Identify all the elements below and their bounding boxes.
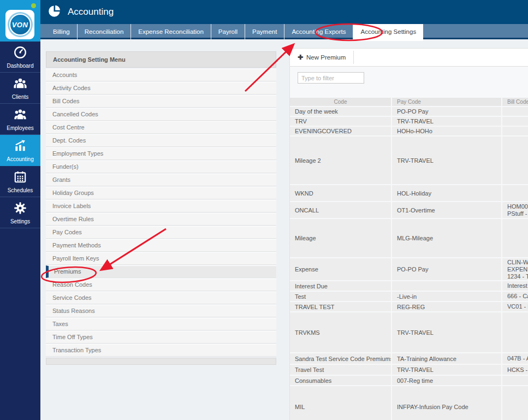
cell-code: Expense [290,258,391,280]
cell-bill-codes [502,137,528,184]
sidebar-item-label: Employees [7,125,33,131]
sidebar-item-employees[interactable]: Employees [0,104,40,135]
column-header-bill-codes[interactable]: Bill Codes [502,98,528,106]
menu-item-payroll-item-keys[interactable]: Payroll Item Keys [46,252,276,265]
table-row-trv[interactable]: TRVTRV-TRAVEL [290,117,528,126]
menu-item-dept-codes[interactable]: Dept. Codes [46,134,276,147]
cell-pay-code: TRV-TRAVEL [392,365,501,375]
sidebar-item-accounting[interactable]: Accounting [0,135,40,166]
menu-item-holiday-groups[interactable]: Holiday Groups [46,187,276,199]
cell-code: Test [290,292,391,301]
sidebar-item-schedules[interactable]: Schedules [0,166,40,197]
app-window: VON Accounting BillingReconciliationExpe… [0,0,528,420]
table-row-oncall[interactable]: ONCALLOT1-OvertimeHOM003 -PStuff - Pr [290,202,528,218]
cell-pay-code: OT1-Overtime [392,202,501,218]
sidebar-item-clients[interactable]: Clients [0,73,40,104]
menu-item-overtime-rules[interactable]: Overtime Rules [46,213,276,226]
menu-item-status-reasons[interactable]: Status Reasons [46,305,276,317]
settings-icon [13,201,27,217]
tab-payment[interactable]: Payment [245,24,284,39]
cell-bill-codes [502,219,528,257]
cell-bill-codes: HCKS - Ho [502,365,528,375]
menu-item-payment-methods[interactable]: Payment Methods [46,239,276,252]
cell-pay-code: REG-REG [392,302,501,311]
filter-row [290,67,528,84]
tab-reconciliation[interactable]: Reconciliation [78,24,132,39]
table-row-expense[interactable]: ExpensePO-PO PayCLIN-WC -EXPENSE1234 - T… [290,258,528,280]
sidebar-item-settings[interactable]: Settings [0,197,40,228]
column-header-code[interactable]: Code [290,98,391,106]
von-logo[interactable]: VON [5,10,34,39]
accounting-icon [13,139,27,155]
column-header-pay-code[interactable]: Pay Code [392,98,501,106]
menu-item-cost-centre[interactable]: Cost Centre [46,121,276,134]
menu-list: AccountsActivity CodesBill CodesCancelle… [46,69,276,357]
cell-pay-code: TA-Training Allowance [392,353,501,364]
menu-item-grants[interactable]: Grants [46,174,276,186]
menu-item-cancelled-codes[interactable]: Cancelled Codes [46,108,276,121]
menu-item-invoice-labels[interactable]: Invoice Labels [46,200,276,212]
cell-code: Mileage [290,219,391,257]
menu-item-taxes[interactable]: Taxes [46,318,276,330]
schedules-icon [13,170,27,186]
tab-expense-reconciliation[interactable]: Expense Reconciliation [131,24,211,39]
cell-code: TRV [290,117,391,126]
bill-code-line: 666 - Cam [507,293,528,300]
sidebar-item-dashboard[interactable]: Dashboard [0,42,40,73]
cell-bill-codes: 666 - Cam [502,292,528,301]
top-header: Accounting [40,0,528,24]
cell-code: Travel Test [290,365,391,375]
employees-icon [13,108,27,124]
bill-code-line: EXPENSE [507,266,528,273]
von-logo-text: VON [12,21,28,29]
new-premium-label: New Premium [306,54,346,61]
tab-payroll[interactable]: Payroll [211,24,245,39]
bill-code-line: Interest Du [507,282,528,289]
cell-code: Mileage 2 [290,137,391,184]
table-row-day-of-the-week[interactable]: Day of the weekPO-PO Pay [290,107,528,116]
table-row-interest-due[interactable]: Interest DueInterest Du [290,281,528,291]
table-row-mileage[interactable]: MileageMLG-Mileage [290,219,528,257]
menu-item-funder-s[interactable]: Funder(s) [46,161,276,173]
table-row-eveningcovered[interactable]: EVENINGCOVEREDHOHo-HOHo [290,127,528,135]
status-dot [31,3,36,8]
table-row-travel-test[interactable]: Travel TestTRV-TRAVELHCKS - Ho [290,365,528,375]
menu-item-bill-codes[interactable]: Bill Codes [46,95,276,108]
menu-item-pay-codes[interactable]: Pay Codes [46,226,276,239]
menu-item-reason-codes[interactable]: Reason Codes [46,279,276,291]
sidebar-item-label: Dashboard [7,63,34,69]
new-premium-button[interactable]: ✚ New Premium [298,54,346,61]
tab-accounting-settings[interactable]: Accounting Settings [353,24,423,41]
von-logo-inner: VON [9,14,31,36]
table-row-sandra-test-service-code-premiums[interactable]: Sandra Test Service Code PremiumsTA-Trai… [290,353,528,364]
cell-bill-codes: 047B - Ass [502,353,528,364]
table-row-consumables[interactable]: Consumables007-Reg time [290,376,528,385]
filter-input[interactable] [298,72,364,84]
cell-bill-codes: Interest Du [502,281,528,291]
table-row-wknd[interactable]: WKNDHOL-Holiday [290,185,528,201]
menu-item-accounts[interactable]: Accounts [46,69,276,81]
menu-footer [46,358,276,365]
premiums-table: CodePay CodeBill CodesDay of the weekPO-… [290,98,528,420]
table-row-test[interactable]: Test-Live-in666 - Cam [290,292,528,301]
menu-item-employment-types[interactable]: Employment Types [46,147,276,160]
table-row-mileage-2[interactable]: Mileage 2TRV-TRAVEL [290,137,528,184]
table-row-trvkms[interactable]: TRVKMSTRV-TRAVEL [290,312,528,352]
cell-code: TRVKMS [290,312,391,352]
cell-bill-codes [502,127,528,135]
sidebar-item-label: Clients [12,94,29,100]
tab-billing[interactable]: Billing [46,24,78,39]
tab-accounting-exports[interactable]: Accounting Exports [284,24,353,39]
table-row-mil[interactable]: MILINFPAY-Infusion Pay Code [290,386,528,420]
menu-item-activity-codes[interactable]: Activity Codes [46,82,276,94]
sidebar-item-label: Accounting [7,156,33,162]
menu-item-transaction-types[interactable]: Transaction Types [46,344,276,357]
menu-item-time-off-types[interactable]: Time Off Types [46,331,276,344]
menu-item-service-codes[interactable]: Service Codes [46,292,276,304]
cell-bill-codes [502,185,528,201]
cell-bill-codes [502,107,528,116]
table-row-travel-test[interactable]: TRAVEL TESTREG-REGVC01 - BC [290,302,528,311]
menu-item-premiums[interactable]: Premiums [46,265,276,278]
accounting-setting-menu: Accounting Setting Menu AccountsActivity… [46,51,276,365]
cell-code: TRAVEL TEST [290,302,391,311]
